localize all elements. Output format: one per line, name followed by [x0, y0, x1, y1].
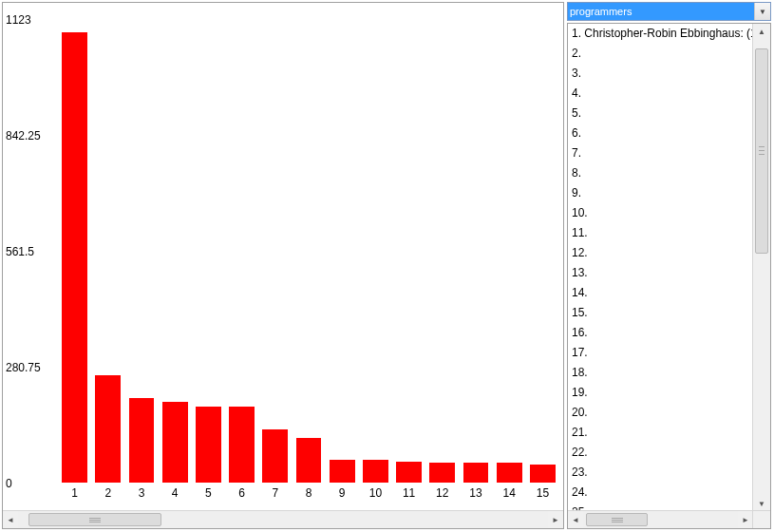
chart-hscroll[interactable]: ◄ ►	[3, 510, 563, 528]
bar	[62, 32, 87, 483]
list-item[interactable]: 22.	[568, 443, 753, 463]
bar	[497, 463, 522, 483]
x-tick: 9	[339, 486, 346, 500]
list-hscroll-left-button[interactable]: ◄	[568, 511, 583, 528]
list-hscroll[interactable]: ◄ ►	[568, 510, 753, 528]
bar	[229, 407, 255, 483]
x-tick: 14	[503, 486, 516, 500]
list-item[interactable]: 18.	[568, 363, 753, 383]
list-item[interactable]: 7.	[568, 143, 753, 163]
list-item[interactable]: 17.	[568, 343, 753, 363]
list-item[interactable]: 13.	[568, 263, 753, 283]
list-item[interactable]: 6.	[568, 124, 753, 143]
vscroll-thumb[interactable]	[755, 48, 768, 254]
x-tick: 3	[139, 486, 145, 500]
x-tick: 11	[403, 486, 415, 500]
list-item[interactable]: 24.	[568, 483, 753, 503]
hscroll-left-button[interactable]: ◄	[3, 511, 18, 528]
bar	[463, 463, 489, 483]
bar	[396, 462, 422, 483]
list-item[interactable]: 5.	[568, 104, 753, 124]
hscroll-track[interactable]	[18, 511, 548, 528]
list-item[interactable]: 15.	[568, 303, 753, 323]
list-item[interactable]: 11.	[568, 223, 753, 243]
x-tick: 12	[436, 486, 448, 500]
list-item[interactable]: 3.	[568, 64, 753, 84]
list-item[interactable]: 10.	[568, 203, 753, 223]
hscroll-right-button[interactable]: ►	[548, 511, 563, 528]
list-vscroll[interactable]: ▲ ▼	[752, 24, 770, 511]
results-list: 1. Christopher-Robin Ebbinghaus: (11232.…	[567, 23, 771, 529]
bar	[262, 429, 288, 483]
plot-area: 123456789101112131415 0280.75561.5842.25…	[3, 3, 563, 509]
vscroll-down-button[interactable]: ▼	[753, 496, 770, 511]
bar	[296, 438, 322, 483]
bar-region: 123456789101112131415	[58, 20, 559, 483]
list-item[interactable]: 2.	[568, 44, 753, 64]
dropdown-value: programmers	[568, 3, 754, 20]
list-item[interactable]: 20.	[568, 403, 753, 423]
x-tick: 13	[469, 486, 481, 500]
chart-panel: 123456789101112131415 0280.75561.5842.25…	[2, 2, 564, 529]
bar	[330, 460, 355, 483]
bar	[95, 375, 121, 483]
list-item[interactable]: 8.	[568, 163, 753, 183]
list-item[interactable]: 4.	[568, 84, 753, 104]
list-item[interactable]: 12.	[568, 243, 753, 263]
category-dropdown[interactable]: programmers ▼	[567, 2, 771, 21]
vscroll-up-button[interactable]: ▲	[753, 24, 770, 39]
vscroll-track[interactable]	[753, 39, 770, 496]
chevron-down-icon[interactable]: ▼	[754, 3, 770, 20]
list-hscroll-thumb[interactable]	[586, 513, 648, 526]
y-tick: 0	[6, 477, 12, 490]
list-hscroll-track[interactable]	[583, 511, 738, 528]
y-tick: 280.75	[6, 361, 41, 374]
side-panel: programmers ▼ 1. Christopher-Robin Ebbin…	[567, 2, 771, 529]
list-item[interactable]: 9.	[568, 183, 753, 203]
x-tick: 1	[71, 486, 78, 500]
bar	[196, 407, 221, 483]
bar	[129, 398, 155, 483]
x-tick: 4	[172, 486, 179, 500]
x-tick: 15	[537, 486, 549, 500]
bar	[162, 402, 188, 483]
x-tick: 10	[369, 486, 382, 500]
list-item[interactable]: 14.	[568, 283, 753, 303]
bar	[429, 463, 455, 483]
list-item[interactable]: 23.	[568, 463, 753, 483]
x-tick: 7	[272, 486, 278, 500]
y-tick: 1123	[6, 13, 31, 27]
scroll-corner	[752, 510, 770, 528]
hscroll-thumb[interactable]	[28, 513, 161, 526]
y-tick: 842.25	[6, 129, 41, 142]
bar	[530, 465, 556, 484]
x-tick: 8	[306, 486, 312, 500]
list-item[interactable]: 21.	[568, 423, 753, 443]
list-hscroll-right-button[interactable]: ►	[738, 511, 753, 528]
list-viewport: 1. Christopher-Robin Ebbinghaus: (11232.…	[568, 24, 753, 511]
x-tick: 6	[238, 486, 245, 500]
list-item[interactable]: 19.	[568, 383, 753, 403]
x-tick: 2	[104, 486, 111, 500]
list-item[interactable]: 1. Christopher-Robin Ebbinghaus: (1123	[568, 24, 753, 44]
y-tick: 561.5	[6, 245, 34, 258]
bar	[363, 460, 388, 483]
x-tick: 5	[205, 486, 212, 500]
list-item[interactable]: 16.	[568, 323, 753, 343]
